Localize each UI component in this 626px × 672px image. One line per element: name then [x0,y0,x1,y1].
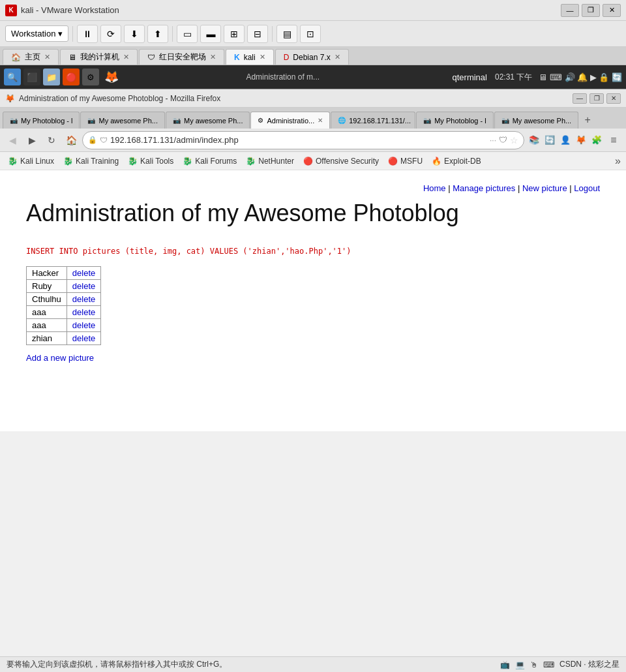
browser-tab-4[interactable]: ⚙ Administratio... ✕ [250,112,330,129]
debian-icon: D [284,53,290,62]
bookmark-offensive[interactable]: 🔴 Offensive Security [301,155,381,167]
bookmark-msfu[interactable]: 🔴 MSFU [385,155,425,167]
nav-manage-link[interactable]: Manage pictures [453,183,515,193]
workstation-menu[interactable]: Workstation ▾ [5,25,68,42]
os-tab-kali-close[interactable]: ✕ [260,53,265,61]
os-tab-kali[interactable]: K kali ✕ [226,49,274,65]
bookmarks-bar: 🐉 Kali Linux 🐉 Kali Training 🐉 Kali Tool… [0,152,626,170]
bookmark-kali-linux[interactable]: 🐉 Kali Linux [5,155,57,167]
table-row: aaa delete [27,319,101,332]
delete-zhian[interactable]: delete [67,332,100,345]
kali-tools-icon: 🐉 [128,157,138,166]
os-tab-debian-close[interactable]: ✕ [335,53,340,61]
status-icon-2: 💻 [515,660,525,669]
toolbar-btn-2[interactable]: ⟳ [100,25,121,43]
kali-config-icon[interactable]: ⚙ [82,69,99,85]
bookmark-star-icon[interactable]: ☆ [510,135,518,145]
os-tab-mypc-close[interactable]: ✕ [123,53,129,61]
kali-icon-bar: 🔍 ⬛ 📁 🔴 ⚙ 🦊 Administration of m... qterm… [0,65,626,89]
status-icon-3: 🖱 [530,660,538,669]
os-tab-home[interactable]: 🏠 主页 ✕ [3,49,59,65]
kali-files-icon[interactable]: 📁 [43,69,60,85]
pocket-icon[interactable]: 🦊 [574,133,588,147]
firefox-title: Administration of my Awesome Photoblog -… [19,94,220,103]
browser-tab-7[interactable]: 📷 My awesome Ph... [494,112,578,129]
back-button[interactable]: ◀ [4,132,21,149]
kali-terminal-icon[interactable]: ⬛ [23,69,40,85]
ff-restore[interactable]: ❐ [589,93,604,104]
tab-5-icon: 🌐 [338,117,346,124]
os-tab-redday-close[interactable]: ✕ [210,53,216,61]
bookmark-nethunter[interactable]: 🐉 NetHunter [243,155,297,167]
os-tab-debian[interactable]: D Debian 7.x ✕ [275,49,349,65]
minimize-button[interactable]: — [561,4,579,17]
os-tab-home-close[interactable]: ✕ [44,53,50,61]
browser-tab-3[interactable]: 📷 My awesome Ph... [166,112,250,129]
sync-icon[interactable]: 🔄 [543,133,557,147]
browser-tab-5[interactable]: 🌐 192.168.171.131/... [331,112,415,129]
nav-home-link[interactable]: Home [423,183,446,193]
browser-tab-4-close[interactable]: ✕ [318,117,323,124]
toolbar-btn-8[interactable]: ⊟ [247,25,268,43]
firefox-title-small: Administration of m... [121,72,444,82]
exploitdb-icon: 🔥 [432,157,441,166]
toolbar-btn-7[interactable]: ⊞ [224,25,245,43]
clock: 02:31 下午 [495,72,532,83]
toolbar-btn-9[interactable]: ▤ [276,25,297,43]
firefox-menu-button[interactable]: ≡ [605,132,622,149]
bookmarks-icon[interactable]: 📚 [527,133,541,147]
nav-logout-link[interactable]: Logout [574,183,600,193]
nav-new-link[interactable]: New picture [522,183,567,193]
table-row: Hacker delete [27,267,101,280]
bookmark-kali-training[interactable]: 🐉 Kali Training [61,155,121,167]
address-bar[interactable]: 🔒 🛡 192.168.171.131/admin/index.php ··· … [82,131,524,149]
tab-2-icon: 📷 [87,117,95,124]
forward-button[interactable]: ▶ [23,132,40,149]
shield-icon: 🛡 [100,136,108,145]
vmware-toolbar: Workstation ▾ ⏸ ⟳ ⬇ ⬆ ▭ ▬ ⊞ ⊟ ▤ ⊡ [0,21,626,47]
os-tab-redday[interactable]: 🛡 红日安全靶场 ✕ [139,49,224,65]
qterminal-label[interactable]: qterminal [452,72,486,82]
toolbar-separator-3 [272,26,273,42]
browser-tab-1[interactable]: 📷 My Photoblog - l [3,112,80,129]
delete-ruby[interactable]: delete [67,280,100,293]
nav-extras: 📚 🔄 👤 🦊 🧩 ≡ [527,132,622,149]
kali-linux-icon: 🐉 [8,157,18,166]
add-picture-link[interactable]: Add a new picture [26,353,600,363]
system-icons: 🖥 ⌨ 🔊 🔔 ▶ 🔒 🔄 [539,72,622,82]
new-tab-button[interactable]: + [579,112,596,129]
page-content: Home | Manage pictures | New picture | L… [0,170,626,431]
ff-minimize[interactable]: — [573,93,587,104]
bookmark-kali-forums[interactable]: 🐉 Kali Forums [180,155,239,167]
picture-name-ruby: Ruby [27,280,67,293]
toolbar-btn-6[interactable]: ▬ [200,25,221,43]
avatar-icon[interactable]: 👤 [558,133,573,147]
delete-aaa1[interactable]: delete [67,306,100,319]
picture-name-aaa2: aaa [27,319,67,332]
firefox-title-controls: — ❐ ✕ [573,93,621,104]
kali-search-icon[interactable]: 🔍 [4,69,21,85]
delete-aaa2[interactable]: delete [67,319,100,332]
close-button[interactable]: ✕ [603,4,621,17]
toolbar-btn-5[interactable]: ▭ [177,25,198,43]
browser-tab-6[interactable]: 📷 My Photoblog - l [416,112,493,129]
toolbar-btn-3[interactable]: ⬇ [124,25,145,43]
toolbar-btn-4[interactable]: ⬆ [147,25,168,43]
ff-close[interactable]: ✕ [606,93,621,104]
home-button[interactable]: 🏠 [63,132,80,149]
delete-hacker[interactable]: delete [67,267,100,280]
browser-tab-2[interactable]: 📷 My awesome Ph... [80,112,164,129]
delete-cthulhu[interactable]: delete [67,293,100,306]
restore-button[interactable]: ❐ [582,4,600,17]
bookmark-kali-tools[interactable]: 🐉 Kali Tools [125,155,176,167]
addons-icon[interactable]: 🧩 [589,133,604,147]
bookmarks-more-button[interactable]: » [615,155,621,167]
table-row: Cthulhu delete [27,293,101,306]
kali-browser-icon[interactable]: 🔴 [63,69,80,85]
tab-1-icon: 📷 [10,117,18,124]
toolbar-btn-10[interactable]: ⊡ [300,25,321,43]
reload-button[interactable]: ↻ [43,132,60,149]
suspend-btn[interactable]: ⏸ [77,25,98,43]
bookmark-exploitdb[interactable]: 🔥 Exploit-DB [429,155,484,167]
os-tab-mypc[interactable]: 🖥 我的计算机 ✕ [60,49,138,65]
